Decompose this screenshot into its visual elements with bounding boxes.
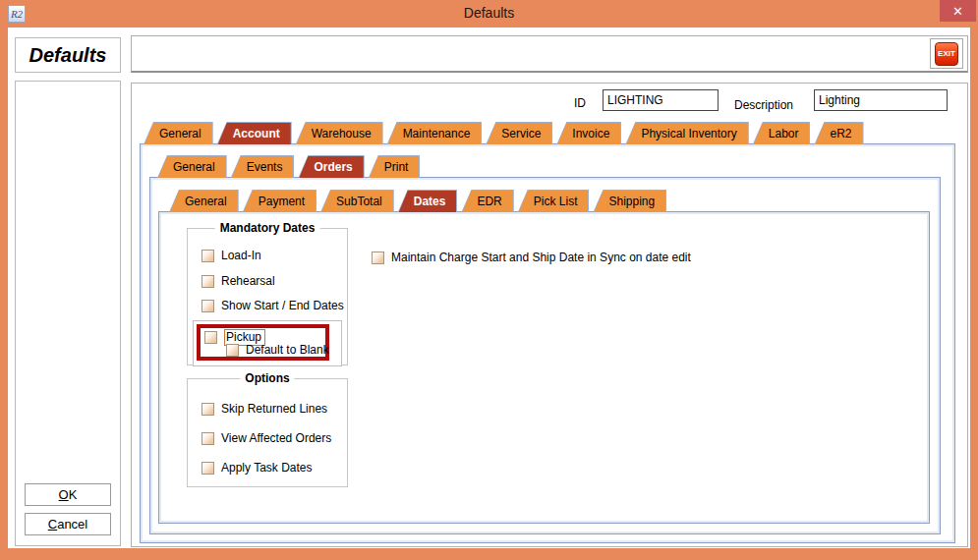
rehearsal-checkbox[interactable]: [201, 275, 214, 288]
page-title: Defaults: [29, 44, 107, 67]
tab-invoice[interactable]: Invoice: [556, 122, 621, 144]
show-start-end-checkbox[interactable]: [201, 300, 214, 312]
page-title-box: Defaults: [15, 37, 121, 73]
tab-er2[interactable]: eR2: [814, 122, 863, 144]
tab-events[interactable]: Events: [231, 155, 295, 178]
tab-dates[interactable]: Dates: [398, 190, 458, 212]
account-tab-panel: General Events Orders Print General Paym…: [140, 143, 955, 543]
window-title: Defaults: [0, 5, 978, 21]
rehearsal-label: Rehearsal: [221, 274, 275, 288]
window-border-left: [0, 28, 8, 560]
tab-row-level2: General Events Orders Print: [157, 155, 420, 178]
pickup-highlight-box: Pickup Default to Blank: [197, 324, 329, 361]
tab-physical-inventory[interactable]: Physical Inventory: [625, 122, 748, 144]
options-group: Options Skip Returned Lines View Affecte…: [187, 378, 348, 487]
view-affected-orders-row[interactable]: View Affected Orders: [201, 431, 331, 445]
tab-row-level1: General Account Warehouse Maintenance Se…: [144, 122, 864, 144]
show-start-end-row[interactable]: Show Start / End Dates: [201, 299, 344, 312]
cancel-button[interactable]: Cancel: [25, 513, 111, 535]
tab-pick-list[interactable]: Pick List: [518, 190, 590, 212]
tab-warehouse[interactable]: Warehouse: [296, 122, 383, 144]
options-title: Options: [240, 371, 294, 385]
rehearsal-row[interactable]: Rehearsal: [201, 274, 275, 288]
load-in-row[interactable]: Load-In: [201, 249, 261, 262]
skip-returned-lines-checkbox[interactable]: [201, 403, 214, 416]
id-label: ID: [574, 96, 586, 110]
show-start-end-label: Show Start / End Dates: [221, 299, 344, 312]
tab-payment[interactable]: Payment: [243, 190, 316, 212]
window-border-right: [970, 28, 978, 560]
tab-orders[interactable]: Orders: [298, 155, 364, 178]
title-bar: R2 Defaults ✕: [0, 0, 978, 28]
default-to-blank-row[interactable]: Default to Blank: [226, 343, 329, 357]
tab-service[interactable]: Service: [486, 122, 552, 144]
tab-general-3[interactable]: General: [169, 190, 239, 212]
sync-dates-row[interactable]: Maintain Charge Start and Ship Date in S…: [372, 251, 691, 264]
defaults-listbox[interactable]: [15, 81, 121, 546]
tab-account[interactable]: Account: [217, 122, 292, 144]
load-in-checkbox[interactable]: [201, 250, 214, 262]
tab-general-1[interactable]: General: [144, 122, 213, 144]
exit-button-frame[interactable]: EXIT: [930, 38, 963, 69]
tab-row-level3: General Payment SubTotal Dates EDR Pick …: [169, 190, 666, 212]
orders-tab-panel: General Payment SubTotal Dates EDR Pick …: [149, 177, 941, 534]
main-panel: ID LIGHTING Description Lighting General…: [131, 83, 968, 547]
description-field[interactable]: Lighting: [814, 89, 948, 111]
ok-button[interactable]: OK: [25, 483, 111, 506]
tab-shipping[interactable]: Shipping: [593, 190, 666, 212]
view-affected-orders-checkbox[interactable]: [201, 432, 214, 445]
view-affected-orders-label: View Affected Orders: [221, 431, 331, 445]
apply-task-dates-row[interactable]: Apply Task Dates: [201, 461, 313, 475]
window-border-bottom: [0, 548, 978, 560]
toolbar: EXIT: [131, 35, 968, 73]
tab-edr[interactable]: EDR: [461, 190, 513, 212]
tab-maintenance[interactable]: Maintenance: [387, 122, 483, 144]
mandatory-dates-title: Mandatory Dates: [215, 221, 320, 235]
sync-dates-label: Maintain Charge Start and Ship Date in S…: [391, 251, 691, 264]
skip-returned-lines-row[interactable]: Skip Returned Lines: [201, 402, 327, 416]
mandatory-dates-group: Mandatory Dates Load-In Rehearsal Show S…: [187, 228, 348, 365]
load-in-label: Load-In: [221, 249, 261, 262]
apply-task-dates-label: Apply Task Dates: [221, 461, 313, 475]
description-label: Description: [734, 98, 793, 112]
id-field[interactable]: LIGHTING: [603, 89, 719, 111]
close-icon[interactable]: ✕: [940, 0, 976, 22]
apply-task-dates-checkbox[interactable]: [201, 462, 214, 475]
default-to-blank-label: Default to Blank: [246, 343, 329, 357]
pickup-checkbox[interactable]: [204, 331, 217, 344]
exit-button[interactable]: EXIT: [935, 42, 958, 66]
tab-general-2[interactable]: General: [157, 155, 227, 178]
tab-subtotal[interactable]: SubTotal: [320, 190, 394, 212]
default-to-blank-checkbox[interactable]: [226, 344, 239, 357]
tab-labor[interactable]: Labor: [753, 122, 811, 144]
pickup-groupbox: Pickup Default to Blank: [193, 320, 342, 366]
sync-dates-checkbox[interactable]: [372, 252, 384, 264]
dates-tab-panel: Mandatory Dates Load-In Rehearsal Show S…: [158, 211, 930, 524]
skip-returned-lines-label: Skip Returned Lines: [221, 402, 327, 416]
tab-print[interactable]: Print: [369, 155, 421, 178]
